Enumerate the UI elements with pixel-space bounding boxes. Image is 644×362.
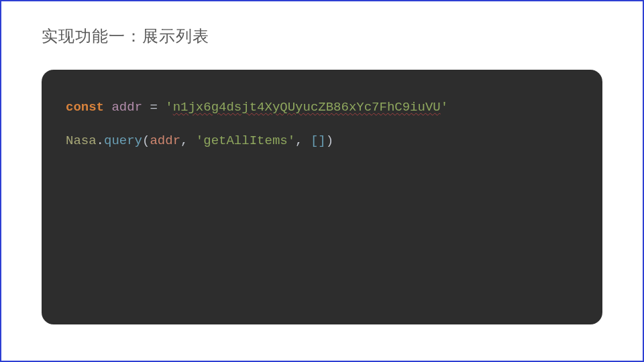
token-variable-addr: addr (111, 100, 142, 115)
token-space (142, 100, 150, 115)
token-arg-addr: addr (150, 133, 180, 148)
token-quote-open: ' (165, 100, 172, 115)
token-space (303, 133, 311, 148)
token-space (158, 100, 165, 115)
code-block: const addr = 'n1jx6g4dsjt4XyQUyucZB86xYc… (42, 70, 602, 324)
token-quote-close: ' (441, 100, 448, 115)
token-paren-open: ( (142, 133, 150, 148)
token-bracket-close: ] (318, 133, 325, 148)
token-arg-getallitems: 'getAllItems' (196, 133, 295, 148)
code-line-2: Nasa.query(addr, 'getAllItems', []) (66, 133, 578, 150)
code-line-1: const addr = 'n1jx6g4dsjt4XyQUyucZB86xYc… (66, 99, 578, 117)
token-bracket-open: [ (311, 133, 318, 148)
token-comma: , (295, 133, 303, 148)
token-object-nasa: Nasa (66, 133, 97, 148)
token-dot: . (97, 133, 104, 148)
token-paren-close: ) (326, 133, 333, 148)
token-space (188, 133, 195, 148)
token-method-query: query (104, 133, 142, 148)
token-string-body: n1jx6g4dsjt4XyQUyucZB86xYc7FhC9iuVU (173, 100, 441, 115)
token-space (104, 100, 111, 115)
token-keyword-const: const (66, 100, 104, 115)
token-assign: = (150, 100, 157, 115)
slide-title: 实现功能一：展示列表 (42, 25, 602, 47)
token-comma: , (180, 133, 188, 148)
